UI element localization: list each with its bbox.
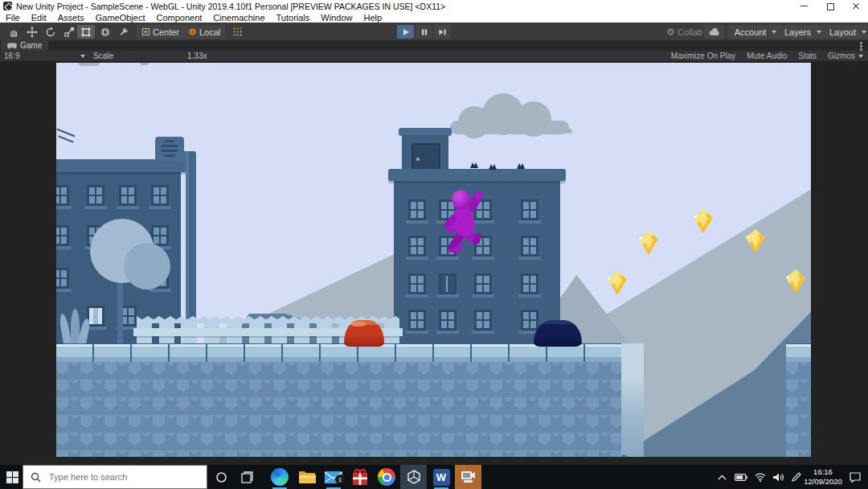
game-tabbar: Game <box>0 40 868 51</box>
gizmos-dropdown[interactable]: Gizmos <box>828 51 863 60</box>
chrome-taskbar-icon[interactable] <box>374 465 399 489</box>
pause-button[interactable] <box>416 25 432 39</box>
cloud <box>561 129 572 134</box>
window <box>521 199 538 220</box>
edge-taskbar-icon[interactable] <box>267 465 293 489</box>
menu-gameobject[interactable]: GameObject <box>90 13 151 23</box>
aspect-value: 16:9 <box>4 51 19 60</box>
cloud <box>448 92 571 135</box>
clock[interactable]: 16:16 12/09/2020 <box>802 465 844 489</box>
rotate-tool-icon[interactable] <box>42 25 59 39</box>
mail-taskbar-icon[interactable]: 1 <box>321 465 346 489</box>
window <box>56 185 69 206</box>
transform-tool-icon[interactable] <box>96 25 113 39</box>
file-explorer-taskbar-icon[interactable] <box>294 465 320 489</box>
menu-cinemachine[interactable]: Cinemachine <box>207 13 270 23</box>
windows-taskbar: 1 W <box>0 465 868 489</box>
wifi-icon[interactable] <box>752 465 768 489</box>
rect-tool-icon[interactable] <box>77 25 95 39</box>
move-tool-icon[interactable] <box>23 25 40 39</box>
menu-component[interactable]: Component <box>150 13 207 23</box>
tab-game[interactable]: Game <box>1 40 48 51</box>
window <box>474 273 492 294</box>
gem <box>608 271 627 295</box>
tree-foliage <box>124 243 170 290</box>
volume-icon[interactable] <box>770 465 786 489</box>
window <box>474 310 492 331</box>
menu-assets[interactable]: Assets <box>52 13 90 23</box>
battery-icon[interactable] <box>732 465 750 489</box>
window-lit <box>87 306 104 327</box>
step-button[interactable] <box>434 25 451 39</box>
unity-taskbar-icon[interactable] <box>400 465 427 489</box>
play-button[interactable] <box>397 25 414 39</box>
menu-window[interactable]: Window <box>315 13 358 23</box>
window <box>439 310 457 331</box>
maximize-on-play-toggle[interactable]: Maximize On Play <box>671 51 736 60</box>
window <box>408 310 426 331</box>
tray-chevron-icon[interactable] <box>714 465 730 489</box>
game-viewport[interactable] <box>56 63 811 457</box>
window <box>521 310 538 331</box>
player-character <box>447 182 490 256</box>
maximize-button[interactable] <box>818 0 842 12</box>
mute-audio-toggle[interactable]: Mute Audio <box>747 51 787 60</box>
word-taskbar-icon[interactable]: W <box>428 465 454 489</box>
close-button[interactable] <box>844 0 868 12</box>
gift-app-taskbar-icon[interactable] <box>347 465 373 489</box>
taskbar-search[interactable] <box>23 465 207 489</box>
cloud-services-button[interactable] <box>704 25 724 39</box>
tree-trunk <box>117 273 123 346</box>
word-glyph: W <box>433 469 450 486</box>
scale-tool-icon[interactable] <box>60 25 77 39</box>
platform-tiles <box>56 343 621 363</box>
building-center-cornice <box>388 169 566 181</box>
layers-dropdown[interactable]: Layers <box>777 25 829 39</box>
penthouse-door <box>411 143 440 172</box>
pivot-mode-button[interactable]: Center <box>137 25 184 39</box>
aspect-caret-icon[interactable] <box>80 55 85 58</box>
start-button[interactable] <box>2 465 23 489</box>
gem <box>639 231 658 255</box>
custom-tool-icon[interactable] <box>115 25 132 39</box>
pivot-mode-label: Center <box>153 27 179 37</box>
titlebar: New Unity Project - SampleScene - WebGL … <box>0 0 868 12</box>
main-toolbar: Center Local Collab Account Layers <box>0 23 868 41</box>
window-title: New Unity Project - SampleScene - WebGL … <box>16 2 445 11</box>
clock-date: 12/09/2020 <box>804 477 842 487</box>
tab-game-label: Game <box>20 41 42 50</box>
window <box>408 236 426 257</box>
menubar: File Edit Assets GameObject Component Ci… <box>0 12 868 23</box>
rotation-mode-label: Local <box>199 27 220 37</box>
layers-label: Layers <box>784 27 811 37</box>
cortana-button[interactable] <box>211 465 231 489</box>
account-label: Account <box>735 27 767 37</box>
menu-help[interactable]: Help <box>358 13 387 23</box>
unity-app-icon <box>3 2 12 10</box>
menu-file[interactable]: File <box>0 13 26 23</box>
grid-snap-icon[interactable] <box>229 25 245 39</box>
rotation-mode-button[interactable]: Local <box>183 25 225 39</box>
minimize-button[interactable] <box>792 0 817 12</box>
building-left-parapet <box>56 159 188 172</box>
menu-tutorials[interactable]: Tutorials <box>271 13 316 23</box>
layout-dropdown[interactable]: Layout <box>822 25 868 39</box>
screen-recorder-taskbar-icon[interactable] <box>455 465 481 489</box>
aspect-dropdown[interactable]: 16:9 <box>4 51 19 60</box>
window <box>151 185 169 206</box>
platform-edge-wall <box>621 343 644 457</box>
bird <box>517 163 525 169</box>
search-input[interactable] <box>47 471 195 483</box>
task-view-button[interactable] <box>236 465 257 489</box>
player-fist <box>474 191 483 200</box>
action-center-icon[interactable] <box>845 465 865 489</box>
gamepad-icon <box>7 43 17 49</box>
pipe <box>186 151 196 331</box>
window <box>408 273 426 294</box>
stats-toggle[interactable]: Stats <box>798 51 817 60</box>
cloud <box>79 63 100 66</box>
hand-tool-icon[interactable] <box>5 25 22 39</box>
menu-edit[interactable]: Edit <box>26 13 52 23</box>
mail-badge: 1 <box>335 475 345 484</box>
account-dropdown[interactable]: Account <box>727 25 784 39</box>
